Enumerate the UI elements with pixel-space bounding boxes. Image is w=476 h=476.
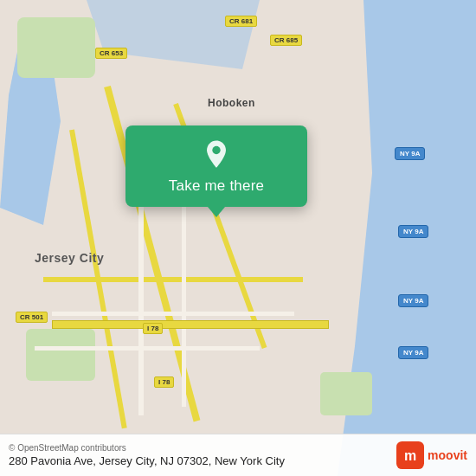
road-vertical-1 [138, 173, 144, 415]
cr681-sign: CR 681 [225, 16, 257, 27]
ny9a-sign-1: NY 9A [395, 147, 425, 160]
location-pin-icon [201, 139, 232, 170]
cr501-sign: CR 501 [16, 312, 48, 323]
svg-point-0 [212, 146, 220, 154]
bottom-left-content: © OpenStreetMap contributors 280 Pavonia… [9, 443, 285, 467]
moovit-logo: m moovit [396, 441, 467, 469]
jersey-city-label: Jersey City [35, 251, 104, 265]
svg-text:m: m [404, 448, 416, 463]
moovit-text: moovit [428, 448, 467, 462]
map-container: CR 681 CR 685 CR 653 CR 501 I 78 I 78 NY… [0, 0, 476, 476]
i78-sign-1: I 78 [143, 323, 163, 334]
ny9a-sign-4: NY 9A [398, 346, 428, 359]
moovit-icon: m [396, 441, 424, 469]
highway-i78 [52, 320, 329, 329]
park-area-3 [320, 372, 372, 415]
ny9a-sign-3: NY 9A [398, 294, 428, 307]
cr653-sign: CR 653 [95, 48, 127, 59]
take-me-there-button[interactable]: Take me there [169, 177, 264, 195]
park-area-2 [26, 329, 95, 381]
hoboken-label: Hoboken [208, 97, 255, 109]
location-popup: Take me there [125, 125, 307, 207]
road-horizontal-3 [35, 346, 260, 351]
upper-water [87, 0, 260, 69]
cr685-sign: CR 685 [270, 35, 302, 46]
hackensack-river [0, 52, 69, 225]
park-area-1 [17, 17, 95, 78]
i78-sign-2: I 78 [154, 376, 174, 388]
address-text: 280 Pavonia Ave, Jersey City, NJ 07302, … [9, 454, 285, 467]
copyright-text: © OpenStreetMap contributors [9, 443, 285, 453]
map-background: CR 681 CR 685 CR 653 CR 501 I 78 I 78 NY… [0, 0, 476, 476]
ny9a-sign-2: NY 9A [398, 225, 428, 238]
road-horizontal-2 [52, 312, 294, 316]
road-horizontal-1 [43, 277, 303, 282]
road-vertical-2 [182, 190, 186, 407]
bottom-info-bar: © OpenStreetMap contributors 280 Pavonia… [0, 434, 476, 476]
